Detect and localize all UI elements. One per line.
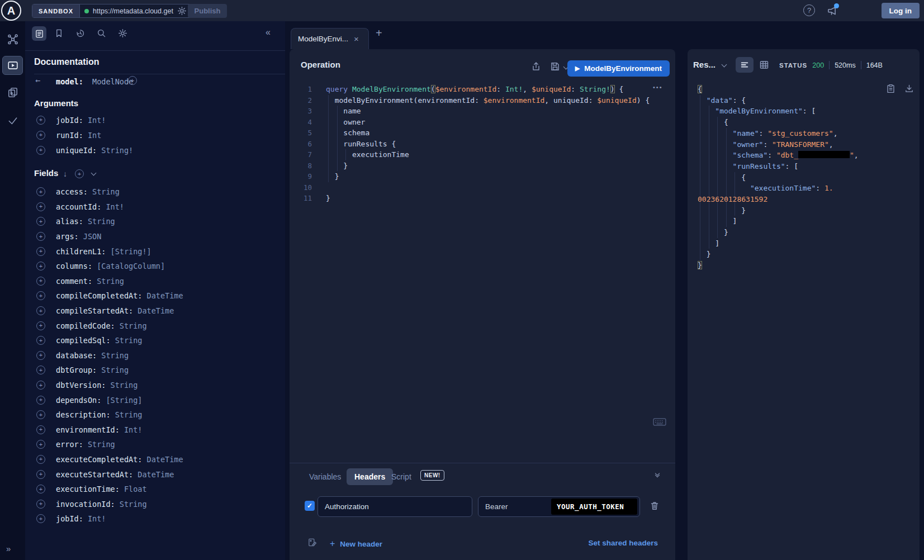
search-icon[interactable] <box>97 29 106 38</box>
publish-button[interactable]: Publish <box>188 4 227 18</box>
endpoint-url-field[interactable]: https://metadata.cloud.get <box>80 4 191 17</box>
field-name[interactable]: environmentId: <box>56 425 120 434</box>
run-operation-button[interactable]: ▶ ModelByEnvironment <box>567 60 670 77</box>
field-type[interactable]: Int! <box>83 116 106 125</box>
field-name[interactable]: compiledSql: <box>56 336 111 345</box>
share-operation-icon[interactable] <box>531 61 541 72</box>
field-type[interactable]: String <box>83 440 115 449</box>
tab-script[interactable]: Script <box>391 472 411 481</box>
field-type[interactable]: String <box>111 336 143 345</box>
new-header-button[interactable]: + New header <box>330 539 382 549</box>
field-name[interactable]: access: <box>56 187 88 196</box>
collapse-panel-icon[interactable]: « <box>266 27 271 37</box>
field-type[interactable]: String <box>111 410 143 419</box>
add-field-icon[interactable]: + <box>36 321 45 330</box>
field-type[interactable]: DateTime <box>133 470 174 479</box>
add-model-icon[interactable]: + <box>128 76 137 85</box>
graph-schema-icon[interactable] <box>7 34 18 45</box>
field-name[interactable]: compiledCode: <box>56 321 115 330</box>
help-icon[interactable]: ? <box>803 4 815 16</box>
field-name[interactable]: executionTime: <box>56 485 120 493</box>
settings-gear-icon[interactable] <box>118 29 127 38</box>
field-type[interactable]: [CatalogColumn] <box>92 262 165 270</box>
header-enabled-checkbox[interactable]: ✓ <box>305 501 315 511</box>
history-icon[interactable] <box>75 29 85 38</box>
add-field-icon[interactable]: + <box>36 131 45 140</box>
field-name[interactable]: uniqueId: <box>56 146 97 155</box>
add-field-icon[interactable]: + <box>36 500 45 509</box>
endpoint-settings-gear-icon[interactable] <box>177 6 187 16</box>
field-type[interactable]: String <box>106 381 138 390</box>
add-field-icon[interactable]: + <box>36 277 45 286</box>
field-name[interactable]: args: <box>56 232 79 241</box>
field-type[interactable]: [String] <box>101 396 142 405</box>
field-type[interactable]: Int! <box>83 514 106 523</box>
field-type[interactable]: String <box>92 277 124 286</box>
field-name[interactable]: compileStartedAt: <box>56 306 133 315</box>
add-field-icon[interactable]: + <box>36 514 45 523</box>
expand-rail-icon[interactable]: » <box>6 544 10 553</box>
chevron-down-icon[interactable] <box>91 170 97 176</box>
save-operation-icon[interactable] <box>550 61 560 72</box>
add-field-icon[interactable]: + <box>36 440 45 449</box>
field-name[interactable]: jobId: <box>56 116 83 125</box>
field-name[interactable]: childrenL1: <box>56 247 106 256</box>
field-type[interactable]: DateTime <box>133 306 174 315</box>
add-field-icon[interactable]: + <box>36 366 45 374</box>
field-type[interactable]: DateTime <box>142 455 183 464</box>
response-options-chevron-icon[interactable] <box>722 62 727 68</box>
add-field-icon[interactable]: + <box>36 410 45 419</box>
format-json-view-toggle[interactable] <box>736 57 754 73</box>
field-name[interactable]: error: <box>56 440 83 449</box>
checks-icon[interactable] <box>7 115 18 126</box>
field-type[interactable]: Int <box>83 131 102 140</box>
header-name-input[interactable]: Authorization <box>318 496 472 517</box>
add-all-fields-icon[interactable]: + <box>75 169 84 178</box>
graphql-editor[interactable]: 1query ModelByEnvironment($environmentId… <box>290 84 675 204</box>
field-type[interactable]: Float <box>120 485 147 493</box>
add-field-icon[interactable]: + <box>36 455 45 464</box>
field-name[interactable]: accountId: <box>56 202 101 211</box>
field-type[interactable]: String! <box>97 146 133 155</box>
back-arrow-icon[interactable]: ← <box>35 75 40 86</box>
field-name[interactable]: dbtGroup: <box>56 366 97 374</box>
field-name[interactable]: dbtVersion: <box>56 381 106 390</box>
field-type[interactable]: JSON <box>79 232 102 241</box>
field-name[interactable]: executeStartedAt: <box>56 470 133 479</box>
explorer-nav-item[interactable] <box>2 56 23 75</box>
field-type[interactable]: String <box>88 187 120 196</box>
add-field-icon[interactable]: + <box>36 291 45 300</box>
tab-variables[interactable]: Variables <box>309 472 341 481</box>
add-field-icon[interactable]: + <box>36 470 45 479</box>
add-field-icon[interactable]: + <box>36 202 45 211</box>
add-field-icon[interactable]: + <box>36 381 45 390</box>
field-name[interactable]: executeCompletedAt: <box>56 455 142 464</box>
add-field-icon[interactable]: + <box>36 187 45 196</box>
field-type[interactable]: DateTime <box>142 291 183 300</box>
field-type[interactable]: [String!] <box>106 247 151 256</box>
add-field-icon[interactable]: + <box>36 425 45 434</box>
field-name[interactable]: dependsOn: <box>56 396 101 405</box>
field-type[interactable]: String <box>115 321 147 330</box>
field-name[interactable]: description: <box>56 410 111 419</box>
endpoint-url[interactable]: https://metadata.cloud.get <box>93 7 173 15</box>
add-field-icon[interactable]: + <box>36 351 45 360</box>
table-view-icon[interactable] <box>759 60 769 70</box>
changelog-docs-icon[interactable] <box>7 87 18 98</box>
edit-raw-headers-icon[interactable] <box>307 538 317 547</box>
field-name[interactable]: runId: <box>56 131 83 140</box>
collapse-bottom-panel-icon[interactable] <box>656 472 659 477</box>
keyboard-shortcuts-icon[interactable] <box>653 417 666 427</box>
add-field-icon[interactable]: + <box>36 232 45 241</box>
field-name[interactable]: columns: <box>56 262 92 270</box>
add-field-icon[interactable]: + <box>36 247 45 256</box>
field-type[interactable]: String <box>97 366 129 374</box>
sort-fields-icon[interactable]: ↓ <box>63 169 67 178</box>
docs-tab-documentation[interactable] <box>32 26 46 41</box>
add-field-icon[interactable]: + <box>36 116 45 125</box>
breadcrumb-type[interactable]: ModelNode <box>88 77 133 86</box>
field-name[interactable]: alias: <box>56 217 83 226</box>
field-type[interactable]: String <box>115 500 147 509</box>
close-tab-icon[interactable]: × <box>354 34 359 44</box>
field-name[interactable]: compileCompletedAt: <box>56 291 142 300</box>
